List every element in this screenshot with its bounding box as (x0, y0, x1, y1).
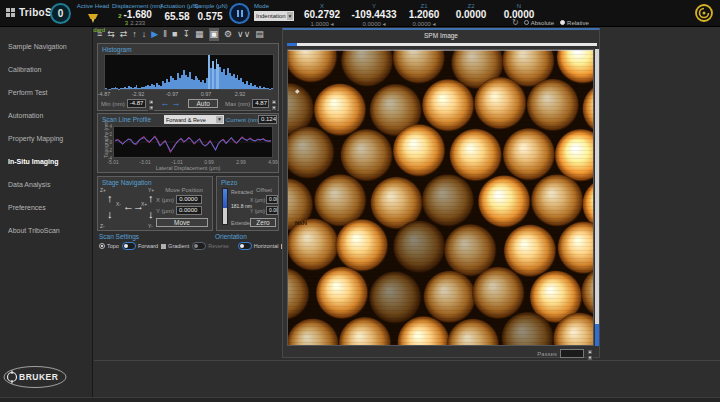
mode-block: Mode Indentation ▼ (254, 3, 298, 21)
histogram-bar (105, 88, 107, 89)
pause-icon[interactable]: ‖ (163, 28, 167, 41)
stage-y-label: Y (μm) (156, 208, 174, 214)
forward-toggle[interactable]: Forward (122, 242, 158, 250)
sidebar-item-preferences[interactable]: Preferences (0, 196, 92, 219)
piezo-title: Piezo (221, 179, 237, 186)
profile-ytick: 4 (109, 124, 112, 129)
menu-icon[interactable]: ≡ (97, 28, 102, 41)
histogram-tick: -2.92 (132, 91, 145, 97)
absolute-radio[interactable]: Absolute (524, 20, 554, 26)
move-position-label: Move Position (156, 187, 212, 193)
pause-icon (237, 10, 243, 17)
y-down-button[interactable]: ↓ (148, 209, 154, 220)
sidebar-item-automation[interactable]: Automation (0, 104, 92, 127)
pause-dial-button[interactable] (229, 3, 250, 24)
collapse-icon[interactable]: ∨∨ (237, 28, 250, 41)
move-button[interactable]: Move (156, 218, 208, 227)
histogram-panel: Histogram -4.87-2.92-0.970.972.92 Min (n… (97, 43, 279, 111)
mode-dropdown[interactable]: Indentation ▼ (254, 11, 294, 21)
layout-icon[interactable]: ▤ (255, 28, 264, 41)
direction-dropdown[interactable]: Forward & Reve ▼ (164, 115, 224, 124)
sidebar-item-sample-navigation[interactable]: Sample Navigation (0, 35, 92, 58)
cursor-marker-icon: ◆ (295, 87, 300, 94)
y-up-button[interactable]: ↑ (148, 193, 154, 204)
spm-image-title: SPM Image (283, 32, 599, 39)
toggle-icon (238, 242, 252, 250)
sample-value: 0.575 (194, 11, 226, 22)
profile-chart (113, 126, 273, 158)
checkbox-icon (161, 244, 166, 249)
reverse-toggle[interactable]: Reverse (192, 242, 228, 250)
stop-icon[interactable]: ■ (172, 28, 177, 41)
dropdown-arrow-icon: ▼ (216, 116, 223, 123)
sidebar-item-calibration[interactable]: Calibration (0, 58, 92, 81)
profile-ytick: -2 (108, 148, 112, 153)
sidebar-item-property-mapping[interactable]: Property Mapping (0, 127, 92, 150)
offset-x-input[interactable]: 0.000 (266, 195, 278, 204)
profile-ytick: 2 (109, 132, 112, 137)
svg-text:BRUKER: BRUKER (19, 372, 58, 382)
capture-icon[interactable]: ▦ (195, 28, 204, 41)
system-status-icon[interactable] (694, 3, 714, 27)
stage-x-input[interactable]: 0.0000 (176, 195, 202, 204)
histogram-title: Histogram (102, 46, 132, 53)
shift-right-button[interactable]: → (171, 99, 180, 108)
spm-image-frame: ◆ NaN (287, 49, 594, 346)
current-label: Current (nm) (226, 117, 260, 123)
passes-input[interactable] (560, 349, 584, 358)
triboscan-app: TriboScan 0 Active Head Standard Displac… (0, 0, 720, 402)
horizontal-toggle[interactable]: Horizontal (238, 242, 279, 250)
play-icon[interactable]: ▶ (151, 28, 158, 41)
z-up-button[interactable]: ↑ (107, 193, 113, 204)
window-grid-icon (6, 8, 15, 17)
bottom-strip (94, 360, 720, 402)
extended-label: Extended (231, 220, 252, 226)
profile-line-forward (115, 136, 271, 153)
stage-y-input[interactable]: 0.0000 (176, 206, 202, 215)
radio-selected-icon (99, 243, 105, 249)
stage-title: Stage Navigation (102, 179, 152, 186)
scan-up-icon[interactable]: ↑ (132, 28, 137, 41)
offset-y-input[interactable]: 0.000 (266, 206, 278, 215)
histogram-tick: 0.97 (201, 91, 212, 97)
min-input[interactable]: -4.87 (127, 99, 147, 108)
active-head-label: Active Head (76, 3, 110, 9)
scan-progress-fill (287, 43, 297, 46)
save-image-icon[interactable]: ↧ (182, 28, 190, 41)
offset-block: Offset X (μm) 0.000 Y (μm) 0.000 Zero (250, 187, 278, 227)
image-scrollbar[interactable] (595, 49, 599, 346)
spm-image-panel: SPM Image ◆ NaN Passes ▲▼ (282, 28, 600, 358)
max-spinner[interactable]: ▲▼ (271, 99, 277, 108)
move-block: Move Position X (μm) 0.0000 Y (μm) 0.000… (156, 187, 212, 227)
scan-down-icon[interactable]: ↓ (142, 28, 147, 41)
spm-image-canvas[interactable] (288, 50, 593, 345)
histogram-chart (104, 54, 274, 90)
gradient-checkbox[interactable]: Gradient (161, 243, 189, 249)
min-spinner[interactable]: ▲▼ (148, 99, 154, 108)
z-plus-label: Z+ (100, 187, 106, 193)
settings-icon[interactable]: ⚙ (224, 28, 232, 41)
sidebar-item-about-triboscan[interactable]: About TriboScan (0, 219, 92, 242)
z-down-button[interactable]: ↓ (107, 209, 113, 220)
refresh-icon[interactable]: ↻ (512, 18, 519, 27)
active-tool-icon[interactable]: ▣ (209, 28, 220, 41)
auto-button[interactable]: Auto (188, 99, 218, 108)
topo-radio[interactable]: Topo (99, 243, 119, 249)
zero-button[interactable]: Zero (250, 218, 276, 227)
image-scrollbar-thumb[interactable] (595, 324, 599, 346)
toggle-icon (192, 242, 206, 250)
sidebar-item-in-situ-imaging[interactable]: In-Situ Imaging (0, 150, 92, 173)
shift-left-button[interactable]: ← (160, 99, 169, 108)
passes-spinner[interactable]: ▲▼ (587, 349, 593, 358)
piezo-extension-bar (222, 188, 228, 225)
profile-line-reverse (115, 137, 271, 151)
pan-x-icon[interactable]: ⇆ (107, 28, 115, 41)
relative-radio[interactable]: Relative (560, 20, 589, 26)
sidebar-item-data-analysis[interactable]: Data Analysis (0, 173, 92, 196)
pan-x2-icon[interactable]: ⇄ (120, 28, 128, 41)
load-dial[interactable]: 0 (50, 3, 71, 24)
channel-a: 2 (118, 13, 121, 19)
max-input[interactable]: 4.87 (252, 99, 269, 108)
sidebar-item-perform-test[interactable]: Perform Test (0, 81, 92, 104)
histogram-axis: -4.87-2.92-0.970.972.92 (104, 91, 274, 97)
